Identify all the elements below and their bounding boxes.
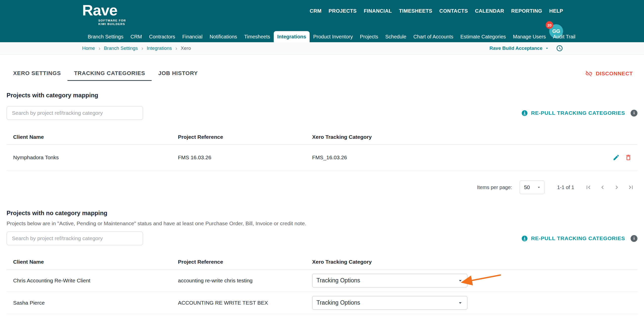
top-nav-reporting[interactable]: REPORTING [511,8,542,14]
project-reference-cell: accounting re-write chris testing [171,278,306,284]
table-row: Nymphadora Tonks FMS 16.03.26 FMS_16.03.… [7,145,637,170]
search-input-unmapped[interactable] [7,232,143,245]
tab-tracking-categories[interactable]: TRACKING CATEGORIES [67,66,152,81]
last-page-button[interactable] [627,183,635,191]
first-page-button[interactable] [584,183,592,191]
table-header-row: Client Name Project Reference Xero Track… [7,129,637,145]
unmapped-projects-table: Client Name Project Reference Xero Track… [7,254,637,314]
chevron-down-icon [457,277,464,284]
sub-nav-crm[interactable]: CRM [127,31,146,42]
sub-nav: Branch Settings CRM Contractors Financia… [84,31,579,42]
sub-nav-schedule[interactable]: Schedule [382,31,410,42]
project-reference-cell: ACCOUNTING RE WRITE TEST BEX [171,300,306,306]
page-tabs: XERO SETTINGS TRACKING CATEGORIES JOB HI… [7,66,204,81]
repull-tracking-categories-button-2[interactable]: RE-PULL TRACKING CATEGORIES [521,235,625,242]
workspace-selector-label: Rave Build Acceptance [490,46,542,51]
workspace-selector[interactable]: Rave Build Acceptance [490,46,549,51]
trash-icon [625,154,632,161]
breadcrumb-integrations[interactable]: Integrations [147,46,172,51]
items-per-page-value: 50 [524,184,530,190]
unmapped-section-title: Projects with no category mapping [7,209,637,217]
top-nav-contacts[interactable]: CONTACTS [439,8,468,14]
search-input-mapped[interactable] [7,106,143,120]
table-row: Chris Accounting Re-Write Client account… [7,269,637,292]
download-icon [521,110,528,117]
disconnect-button[interactable]: DISCONNECT [581,66,637,81]
logo[interactable]: Rave SOFTWARE FOR KIWI BUILDERS [82,3,126,26]
logo-tagline-line2: KIWI BUILDERS [98,22,126,26]
column-header-project-reference: Project Reference [171,259,306,265]
first-page-icon [585,184,592,191]
clock-icon[interactable] [556,45,563,52]
tracking-category-cell: FMS_16.03.26 [306,154,605,161]
top-nav-calendar[interactable]: CALENDAR [475,8,504,14]
sub-nav-financial[interactable]: Financial [179,31,206,42]
breadcrumb-current: Xero [181,46,191,51]
column-header-xero-tracking-category: Xero Tracking Category [306,259,605,265]
top-nav-timesheets[interactable]: TIMESHEETS [399,8,432,14]
client-name-cell: Sasha Pierce [7,300,171,306]
broken-link-icon [585,70,593,77]
sub-nav-chart-of-accounts[interactable]: Chart of Accounts [410,31,457,42]
project-reference-cell: FMS 16.03.26 [171,154,306,161]
sub-nav-audit-trail[interactable]: Audit Trail [549,31,579,42]
breadcrumb-separator-icon: › [175,46,177,51]
logo-tagline: SOFTWARE FOR KIWI BUILDERS [98,19,126,26]
last-page-icon [627,184,634,191]
delete-button[interactable] [624,153,632,162]
top-nav-projects[interactable]: PROJECTS [329,8,357,14]
top-nav-help[interactable]: HELP [549,8,563,14]
sub-nav-branch-settings[interactable]: Branch Settings [84,31,127,42]
sub-nav-estimate-categories[interactable]: Estimate Categories [457,31,509,42]
chevron-down-icon [536,185,542,190]
chevron-right-icon [613,184,620,191]
table-row: Sasha Pierce ACCOUNTING RE WRITE TEST BE… [7,292,637,314]
download-icon [521,235,528,242]
sub-nav-notifications[interactable]: Notifications [206,31,241,42]
breadcrumb-branch-settings[interactable]: Branch Settings [104,46,138,51]
tab-job-history[interactable]: JOB HISTORY [152,66,204,81]
mapped-section-title: Projects with category mapping [7,92,637,99]
repull-tracking-categories-button[interactable]: RE-PULL TRACKING CATEGORIES [521,110,625,117]
disconnect-label: DISCONNECT [596,71,633,77]
top-nav-financial[interactable]: FINANCIAL [364,8,392,14]
column-header-client-name: Client Name [7,259,171,265]
top-nav-crm[interactable]: CRM [310,8,321,14]
sub-nav-timesheets[interactable]: Timesheets [241,31,274,42]
mapped-projects-section: Projects with category mapping RE-PULL T… [7,92,637,194]
info-icon[interactable]: i [631,235,637,242]
column-header-client-name: Client Name [7,134,171,140]
edit-button[interactable] [612,153,620,162]
items-per-page-select[interactable]: 50 [520,180,544,194]
next-page-button[interactable] [613,183,621,191]
previous-page-button[interactable] [599,183,607,191]
pencil-icon [613,154,620,161]
tracking-options-label: Tracking Options [316,277,360,284]
sub-nav-contractors[interactable]: Contractors [146,31,179,42]
breadcrumb-separator-icon: › [141,46,143,51]
unmapped-projects-section: Projects with no category mapping Projec… [7,209,637,314]
tab-xero-settings[interactable]: XERO SETTINGS [7,66,67,81]
info-icon[interactable]: i [631,110,637,117]
sub-nav-integrations[interactable]: Integrations [274,31,310,42]
breadcrumb-bar: Home › Branch Settings › Integrations › … [0,42,644,55]
client-name-cell: Nymphadora Tonks [7,154,171,161]
chevron-down-icon [457,300,464,306]
tracking-options-select[interactable]: Tracking Options [312,296,467,310]
sub-nav-projects[interactable]: Projects [356,31,382,42]
sub-nav-product-inventory[interactable]: Product Inventory [310,31,356,42]
client-name-cell: Chris Accounting Re-Write Client [7,278,171,284]
unmapped-section-subtitle: Projects below are in "Active, Pending o… [7,220,637,226]
items-per-page-label: Items per page: [477,185,512,190]
pagination: Items per page: 50 1-1 of 1 [7,180,637,194]
tracking-options-select[interactable]: Tracking Options [312,274,467,287]
breadcrumb-separator-icon: › [99,46,100,51]
breadcrumb-home[interactable]: Home [82,46,95,51]
app-header: Rave SOFTWARE FOR KIWI BUILDERS CRM PROJ… [0,0,644,42]
notification-badge: 20 [546,21,553,29]
pagination-range: 1-1 of 1 [557,185,574,190]
top-nav: CRM PROJECTS FINANCIAL TIMESHEETS CONTAC… [310,8,563,14]
sub-nav-manage-users[interactable]: Manage Users [510,31,549,42]
breadcrumb: Home › Branch Settings › Integrations › … [82,46,191,51]
tracking-options-label: Tracking Options [316,299,360,306]
